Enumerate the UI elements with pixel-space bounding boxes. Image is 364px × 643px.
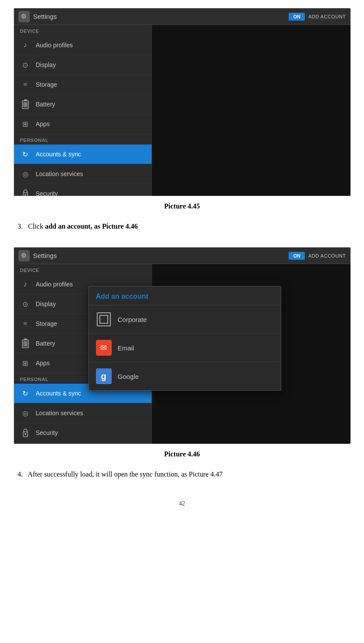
instruction-3: 3. Click add an account, as Picture 4.46 <box>0 219 364 239</box>
location-label-2: Location services <box>36 410 83 417</box>
instruction-4: 4. After successfully load, it will open… <box>0 467 364 487</box>
sidebar-item-security-1[interactable]: Security <box>14 184 152 196</box>
settings-title-1: Settings <box>33 13 289 20</box>
display-icon-2: ⊙ <box>20 299 31 309</box>
email-label: Email <box>118 344 134 352</box>
audio-label-2: Audio profiles <box>36 281 73 288</box>
sidebar-item-display-1[interactable]: ⊙ Display <box>14 55 152 75</box>
dialog-title: Add an account <box>89 286 281 305</box>
accounts-sync-label-2: Accounts & sync <box>36 390 81 397</box>
settings-bar-2: ⚙ Settings ON ADD ACCOUNT <box>14 247 350 264</box>
security-label-2: Security <box>36 429 58 436</box>
dialog-item-corporate[interactable]: Corporate <box>89 305 281 334</box>
on-button-2[interactable]: ON <box>289 252 305 260</box>
caption-1: Picture 4.45 <box>164 196 200 219</box>
battery-label-1: Battery <box>36 101 55 108</box>
display-icon-1: ⊙ <box>20 60 31 70</box>
section-device-2: DEVICE <box>14 264 152 275</box>
on-button-1[interactable]: ON <box>289 13 305 21</box>
sidebar-item-storage-1[interactable]: ≡ Storage <box>14 75 152 95</box>
step-3-num: 3. <box>18 223 23 230</box>
storage-icon-1: ≡ <box>20 79 31 90</box>
caption-2: Picture 4.46 <box>164 444 200 467</box>
sidebar-item-apps-1[interactable]: ⊞ Apps <box>14 114 152 134</box>
corp-icon-shape <box>97 312 111 326</box>
svg-point-10 <box>25 433 26 435</box>
screen-right-1 <box>152 25 350 196</box>
email-icon-shape <box>96 340 112 356</box>
display-label-2: Display <box>36 300 56 307</box>
sync-icon-1: ↻ <box>20 149 31 159</box>
settings-title-2: Settings <box>33 252 289 259</box>
google-icon: g <box>96 368 112 384</box>
battery-icon-1 <box>20 99 31 110</box>
sidebar-item-accounts-sync-1[interactable]: ↻ Accounts & sync <box>14 145 152 164</box>
screen-body-1: DEVICE ♪ Audio profiles ⊙ Display ≡ Stor… <box>14 25 350 196</box>
google-icon-shape: g <box>96 368 112 384</box>
security-icon-1 <box>20 188 31 196</box>
audio-label-1: Audio profiles <box>36 42 73 49</box>
apps-icon-1: ⊞ <box>20 119 31 129</box>
add-account-button-1[interactable]: ADD ACCOUNT <box>308 14 346 19</box>
location-label-1: Location services <box>36 170 83 177</box>
sidebar-item-language-2[interactable]: Language & input <box>14 443 152 444</box>
location-icon-2: ◎ <box>20 408 31 418</box>
sidebar-item-audio-profiles-1[interactable]: ♪ Audio profiles <box>14 35 152 55</box>
sidebar-item-location-1[interactable]: ◎ Location services <box>14 164 152 184</box>
section-device-1: DEVICE <box>14 25 152 35</box>
google-label: Google <box>118 373 139 380</box>
screen-body-2: DEVICE ♪ Audio profiles ⊙ Display ≡ Stor… <box>14 264 350 444</box>
dialog-item-google[interactable]: g Google <box>89 362 281 390</box>
location-icon-1: ◎ <box>20 169 31 179</box>
dialog-item-email[interactable]: Email <box>89 334 281 362</box>
security-icon-2 <box>20 427 31 438</box>
add-account-dialog: Add an account Corporate Email g <box>88 286 281 391</box>
battery-icon-2 <box>20 338 31 349</box>
apps-icon-2: ⊞ <box>20 358 31 368</box>
step-4-num: 4. <box>18 470 23 478</box>
apps-label-1: Apps <box>36 120 50 127</box>
screenshot-2-wrapper: ⚙ Settings ON ADD ACCOUNT DEVICE ♪ Audio… <box>0 239 364 467</box>
audio-icon-1: ♪ <box>20 40 31 50</box>
security-label-1: Security <box>36 190 58 196</box>
sync-icon-2: ↻ <box>20 388 31 399</box>
storage-icon-2: ≡ <box>20 318 31 329</box>
screenshot-2: ⚙ Settings ON ADD ACCOUNT DEVICE ♪ Audio… <box>14 247 351 444</box>
settings-icon-1: ⚙ <box>18 11 30 22</box>
add-account-button-2[interactable]: ADD ACCOUNT <box>308 253 346 258</box>
instruction-3-bold: add an account, as Picture 4.46 <box>45 223 138 230</box>
svg-rect-1 <box>24 99 27 101</box>
step-4-text: After successfully load, it will open th… <box>28 470 223 478</box>
svg-rect-2 <box>23 102 28 107</box>
settings-icon-2: ⚙ <box>18 250 30 261</box>
svg-point-4 <box>25 194 26 196</box>
storage-label-1: Storage <box>36 81 57 88</box>
accounts-sync-label-1: Accounts & sync <box>36 151 81 158</box>
corporate-icon <box>96 311 112 327</box>
sidebar-item-location-2[interactable]: ◎ Location services <box>14 403 152 423</box>
email-icon <box>96 340 112 356</box>
corporate-label: Corporate <box>118 316 147 323</box>
display-label-1: Display <box>36 61 56 68</box>
settings-bar-1: ⚙ Settings ON ADD ACCOUNT <box>14 8 350 25</box>
apps-label-2: Apps <box>36 360 50 367</box>
audio-icon-2: ♪ <box>20 279 31 290</box>
svg-rect-7 <box>24 339 27 340</box>
page-body: ⚙ Settings ON ADD ACCOUNT DEVICE ♪ Audio… <box>0 0 364 219</box>
screenshot-1: ⚙ Settings ON ADD ACCOUNT DEVICE ♪ Audio… <box>14 8 351 196</box>
page-number: 42 <box>0 487 364 512</box>
storage-label-2: Storage <box>36 320 57 327</box>
section-personal-1: PERSONAL <box>14 134 152 145</box>
battery-label-2: Battery <box>36 340 55 347</box>
sidebar-item-battery-1[interactable]: Battery <box>14 95 152 114</box>
svg-rect-8 <box>23 341 28 346</box>
sidebar-1: DEVICE ♪ Audio profiles ⊙ Display ≡ Stor… <box>14 25 152 196</box>
sidebar-item-security-2[interactable]: Security <box>14 423 152 443</box>
